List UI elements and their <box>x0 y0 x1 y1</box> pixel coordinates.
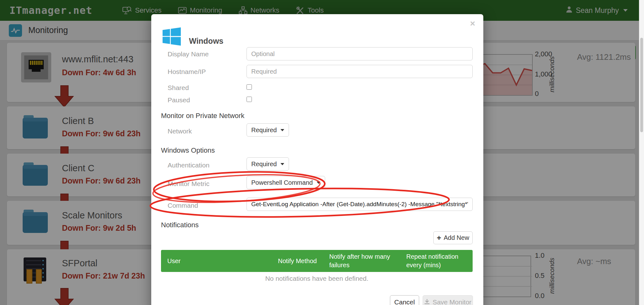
monitor-metric-dropdown[interactable]: Powershell Command <box>247 176 325 189</box>
save-monitor-label: Save Monitor <box>433 298 472 305</box>
network-dropdown[interactable]: Required <box>247 123 289 137</box>
add-notification-label: Add New <box>444 234 469 241</box>
monitor-metric-label: Monitor Metric <box>168 180 209 188</box>
hostname-field[interactable] <box>247 65 473 78</box>
display-name-field[interactable] <box>247 47 473 60</box>
authentication-dropdown[interactable]: Required <box>247 157 289 171</box>
notifications-empty-text: No notifications have been defined. <box>161 275 473 282</box>
column-user: User <box>161 250 272 272</box>
plus-icon: + <box>437 234 441 242</box>
notifications-table-header: User Notify Method Notify after how many… <box>161 250 473 272</box>
windows-monitor-dialog: × Windows Display Name Hostname/IP Share… <box>151 14 483 305</box>
chevron-down-icon <box>280 129 284 131</box>
column-notify-method: Notify Method <box>272 250 323 272</box>
column-repeat-every: Repeat notification every (mins) <box>400 250 473 272</box>
page: ITmanager.net Services Monitoring Networ… <box>0 0 644 305</box>
add-notification-button[interactable]: + Add New <box>433 231 473 244</box>
paused-checkbox[interactable] <box>247 97 252 102</box>
notifications-section-title: Notifications <box>161 221 199 229</box>
modal-header: Windows <box>163 27 224 47</box>
cancel-button[interactable]: Cancel <box>390 295 419 305</box>
chevron-down-icon <box>317 182 320 184</box>
windows-options-section-title: Windows Options <box>161 146 215 155</box>
scrollbar-track[interactable] <box>639 0 644 305</box>
command-label: Command <box>168 202 198 209</box>
paused-label: Paused <box>168 96 190 104</box>
chevron-down-icon <box>280 163 284 165</box>
close-icon[interactable]: × <box>470 19 475 29</box>
monitor-metric-dropdown-value: Powershell Command <box>251 179 313 186</box>
shared-checkbox[interactable] <box>247 84 252 90</box>
display-name-label: Display Name <box>168 50 209 58</box>
hostname-label: Hostname/IP <box>168 68 206 76</box>
authentication-label: Authentication <box>168 161 209 169</box>
network-dropdown-value: Required <box>251 127 277 134</box>
column-notify-after: Notify after how many failures <box>323 250 400 272</box>
scrollbar-thumb[interactable] <box>640 38 643 132</box>
authentication-dropdown-value: Required <box>251 161 277 168</box>
save-monitor-button[interactable]: Save Monitor <box>423 295 473 305</box>
network-label: Network <box>168 127 192 135</box>
command-field[interactable] <box>247 198 473 211</box>
private-network-section-title: Monitor on Private Network <box>161 112 244 120</box>
windows-logo-icon <box>163 27 181 47</box>
save-icon <box>424 298 430 305</box>
shared-label: Shared <box>168 84 189 92</box>
modal-title: Windows <box>189 37 224 47</box>
